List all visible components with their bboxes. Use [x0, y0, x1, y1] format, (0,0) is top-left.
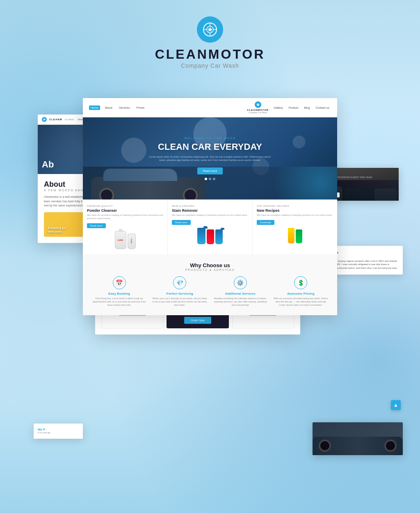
perfect-servicing-icon: 💎: [173, 276, 186, 289]
product-3-desc: We have an excellent catalog of cleaning…: [257, 214, 333, 217]
why-title: Why Choose us: [91, 262, 329, 268]
hero-dot-2[interactable]: [209, 178, 211, 180]
hero-car: [91, 177, 206, 199]
site-header: CLEANMOTOR Company Car Wash: [0, 0, 420, 82]
hero-content: WELCOME TO CAR WASH CLEAN CAR EVERYDAY L…: [148, 137, 272, 180]
product-2-images: [172, 228, 248, 244]
why-item-1: 📅 Easy Booking First thing first, you'll…: [91, 276, 148, 307]
why-item-1-desc: First thing first, you'll need to either…: [91, 297, 148, 307]
home-nav-logo: CLEANMOTOR Company Car Wash: [247, 101, 269, 114]
contact-title: Me P: [38, 428, 79, 431]
about-brand: CLEANM: [49, 118, 62, 121]
product-2-name: Stain Remover: [172, 208, 248, 213]
product-1-desc: We have an excellent catalog of cleaning…: [87, 214, 163, 220]
product-stain-remover: New & Organic Stain Remover We have an e…: [168, 200, 253, 254]
home-hero: WELCOME TO CAR WASH CLEAN CAR EVERYDAY L…: [83, 117, 337, 199]
product-2-tag: New & Organic: [172, 205, 248, 207]
home-nav-prices[interactable]: Prices: [135, 105, 146, 110]
home-brand-sub: Company Car Wash: [249, 111, 267, 114]
product-new-recipes: Top Organic Recipes New Recipes We have …: [253, 200, 337, 254]
product-1-btn[interactable]: Read more: [87, 223, 106, 228]
why-item-4-title: Awesome Pricing: [273, 292, 329, 295]
product-3-tag: Top Organic Recipes: [257, 205, 333, 207]
hero-wheel-left: [99, 188, 114, 199]
hero-dot-1[interactable]: [205, 178, 207, 180]
bottom-car: [313, 422, 403, 455]
product-1-name: Powder Cleanser: [87, 208, 163, 213]
easy-booking-icon: 📅: [113, 276, 126, 289]
svg-marker-7: [43, 118, 46, 121]
panel-contact: Me P A no out eg: [34, 424, 83, 439]
about-img-text: Keeping yoand com: [48, 226, 66, 234]
product-3-images: [257, 228, 333, 243]
why-section: Why Choose us PRODUCTS & SERVICES 📅 Easy…: [83, 254, 337, 315]
home-nav-contact[interactable]: Contact us: [314, 105, 331, 110]
spray-bottle-1: [197, 228, 205, 244]
hero-cta-button[interactable]: Read more: [197, 167, 223, 174]
why-item-3-title: Additional Services: [212, 292, 269, 295]
why-item-3: ⚙️ Additional Services Besides providing…: [212, 276, 269, 307]
brand-name: CLEANMOTOR: [0, 47, 420, 62]
ajax-bottle: [115, 231, 126, 249]
about-hero-title: Ab: [42, 159, 54, 170]
svg-marker-8: [256, 103, 260, 106]
hero-title: CLEAN CAR EVERYDAY: [148, 142, 272, 152]
home-nav-about[interactable]: About: [103, 105, 114, 110]
product-3-btn[interactable]: Download: [257, 220, 274, 225]
spray-bottle-3: [215, 229, 223, 244]
why-item-4-desc: With our services all ready being top-no…: [273, 297, 329, 307]
why-item-2-desc: When your car's already at our place, al…: [152, 297, 208, 307]
home-nav-services[interactable]: Services: [117, 105, 132, 110]
home-nav-logo-icon: [255, 101, 261, 108]
home-nav-blog[interactable]: Blog: [303, 105, 312, 110]
svg-marker-6: [208, 27, 212, 32]
why-item-2-title: Perfect Servicing: [152, 292, 208, 295]
hero-dot-3[interactable]: [213, 178, 215, 180]
hero-description: Lorem ipsum dolor sit amet, consectetur …: [148, 155, 272, 162]
home-nav-home[interactable]: Home: [89, 105, 100, 110]
product-3-name: New Recipes: [257, 208, 333, 213]
home-nav-gallery[interactable]: Gallery: [272, 105, 284, 110]
bottom-car-wheel-l: [319, 440, 331, 452]
hero-wheel-right: [183, 188, 198, 199]
why-item-1-title: Easy Booking: [91, 292, 148, 295]
home-navbar: Home About Services Prices CLEANMOTOR Co…: [83, 98, 337, 117]
products-strip: Premium Quality Powder Cleanser We have …: [83, 199, 337, 254]
brand-tagline: Company Car Wash: [181, 62, 239, 69]
why-item-3-desc: Besides providing the ultimate exterior …: [212, 297, 269, 307]
product-1-images: PLUS: [87, 231, 163, 249]
hero-welcome: WELCOME TO CAR WASH: [148, 137, 272, 140]
why-item-4: 💲 Awesome Pricing With our services all …: [273, 276, 329, 307]
hero-dots: [148, 178, 272, 180]
why-subtitle: PRODUCTS & SERVICES: [91, 268, 329, 271]
febreze-bottle-2: [296, 229, 302, 243]
product-powder-cleanser: Premium Quality Powder Cleanser We have …: [83, 200, 168, 254]
product-2-btn[interactable]: Read more: [172, 220, 191, 225]
logo-icon: [197, 16, 223, 43]
bottom-car-wheel-r: [384, 440, 397, 452]
home-nav-product[interactable]: Product: [287, 105, 300, 110]
contact-desc: A no out eg: [38, 431, 79, 435]
why-grid: 📅 Easy Booking First thing first, you'll…: [91, 276, 329, 307]
scroll-top-button[interactable]: ▲: [391, 400, 401, 410]
pages-stack: CLEANM Car Wash Home About Products Pric…: [13, 90, 407, 480]
optimal-order-btn[interactable]: Order Now: [184, 317, 211, 324]
febreze-bottle-1: [288, 228, 294, 243]
about-sub: Car Wash: [65, 118, 74, 121]
awesome-pricing-icon: 💲: [294, 276, 307, 289]
why-item-2: 💎 Perfect Servicing When your car's alre…: [152, 276, 208, 307]
product-2-desc: We have an excellent catalog of cleaning…: [172, 214, 248, 217]
home-nav-right: Gallery Product Blog Contact us: [272, 105, 331, 110]
page-home: Home About Services Prices CLEANMOTOR Co…: [83, 98, 337, 315]
product-1-tag: Premium Quality: [87, 205, 163, 207]
about-logo-icon: [42, 117, 47, 122]
spray-bottle-2: [207, 229, 214, 244]
panel-bottom-image: [313, 422, 403, 455]
cleanser-bottle-2: PLUS: [128, 234, 136, 249]
additional-services-icon: ⚙️: [234, 276, 247, 289]
